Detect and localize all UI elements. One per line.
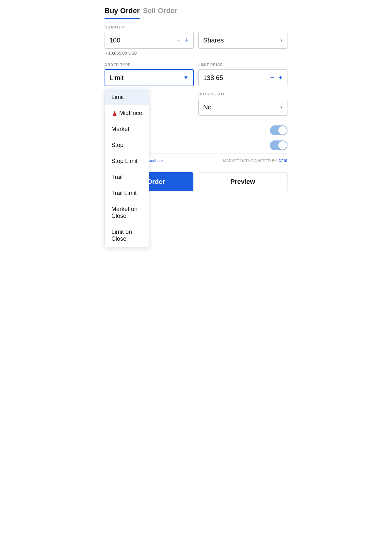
dropdown-item-limit-on-close[interactable]: Limit on Close — [105, 224, 149, 247]
shares-dropdown[interactable]: Shares ▾ — [198, 32, 287, 49]
quantity-value: 100 — [109, 37, 176, 44]
powered-by-label: MARKET DATA POWERED BY — [223, 159, 277, 163]
dropdown-item-limit[interactable]: Limit — [105, 89, 149, 105]
order-type-label: ORDER TYPE — [105, 63, 194, 67]
toggle-1[interactable] — [270, 125, 287, 135]
order-type-col: ORDER TYPE Limit ▼ — [105, 63, 194, 86]
outside-rth-section: OUTSIDE RTH No ▾ — [198, 92, 287, 116]
dropdown-item-market-on-close[interactable]: Market on Close — [105, 201, 149, 224]
quantity-label: QUANTITY — [105, 25, 287, 29]
limit-price-col: LIMIT PRICE 138.65 − + — [198, 63, 287, 86]
outside-rth-arrow-icon: ▾ — [280, 105, 283, 110]
outside-rth-value: No — [203, 104, 280, 111]
limit-price-value: 138.65 — [203, 74, 270, 82]
buy-order-tab[interactable]: Buy Order — [105, 7, 140, 19]
order-type-limit-row: ORDER TYPE Limit ▼ LIMIT PRICE 138.65 − … — [105, 63, 287, 86]
shares-dropdown-arrow-icon: ▾ — [280, 38, 283, 43]
outside-rth-label: OUTSIDE RTH — [198, 92, 287, 96]
toggle-2-knob — [278, 141, 287, 150]
powered-by-text: MARKET DATA POWERED BY GFIS — [223, 159, 287, 163]
limit-price-label: LIMIT PRICE — [198, 63, 287, 67]
order-type-dropdown: Limit MidPrice Market Stop Stop Limit Tr… — [105, 89, 149, 247]
dropdown-item-midprice[interactable]: MidPrice — [105, 105, 149, 121]
dropdown-item-stop-limit[interactable]: Stop Limit — [105, 153, 149, 169]
gfis-link[interactable]: GFIS — [278, 159, 287, 163]
order-type-select[interactable]: Limit ▼ — [105, 69, 194, 86]
shares-value: Shares — [203, 37, 280, 44]
dropdown-item-stop[interactable]: Stop — [105, 137, 149, 153]
outside-rth-select[interactable]: No ▾ — [198, 99, 287, 116]
sell-order-tab[interactable]: Sell Order — [143, 7, 177, 19]
dropdown-item-trail[interactable]: Trail — [105, 169, 149, 185]
dropdown-item-market[interactable]: Market — [105, 121, 149, 137]
limit-price-increment-button[interactable]: + — [278, 74, 283, 81]
quantity-increment-button[interactable]: + — [185, 37, 189, 44]
order-tabs: Buy Order Sell Order — [98, 0, 294, 19]
dropdown-item-trail-limit[interactable]: Trail Limit — [105, 185, 149, 201]
limit-price-controls: − + — [270, 74, 283, 81]
limit-price-box[interactable]: 138.65 − + — [198, 69, 287, 86]
usd-estimate: ~ 13,865.00 USD — [105, 51, 287, 56]
limit-price-decrement-button[interactable]: − — [270, 74, 274, 81]
quantity-input-box[interactable]: 100 − + — [105, 32, 194, 49]
toggle-1-knob — [278, 126, 287, 135]
preview-button[interactable]: Preview — [198, 172, 287, 191]
midprice-icon — [111, 110, 118, 117]
form-body: QUANTITY 100 − + Shares ▾ ~ 13,865.00 US… — [98, 19, 294, 154]
order-type-value: Limit — [110, 74, 183, 82]
quantity-decrement-button[interactable]: − — [176, 37, 181, 44]
order-type-arrow-icon: ▼ — [183, 75, 188, 81]
quantity-row: 100 − + Shares ▾ — [105, 32, 287, 49]
toggle-2[interactable] — [270, 140, 287, 150]
quantity-controls: − + — [176, 37, 189, 44]
